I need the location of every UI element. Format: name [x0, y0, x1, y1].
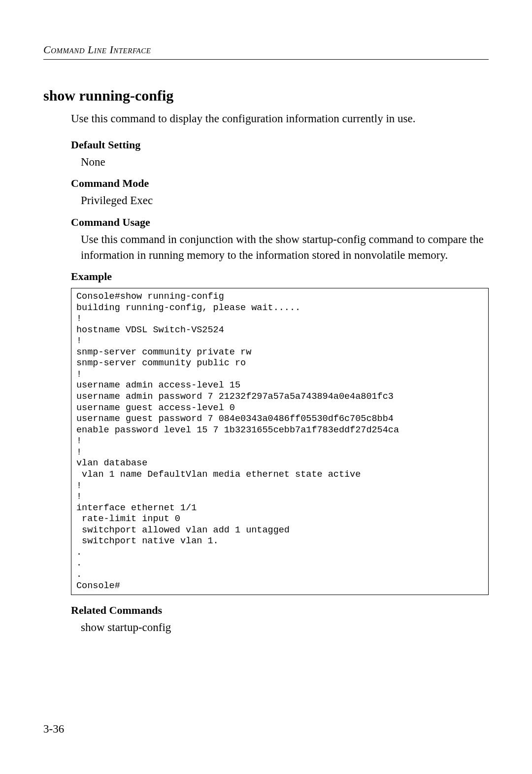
header-rule: [43, 59, 489, 60]
command-mode-label: Command Mode: [71, 177, 489, 190]
command-title: show running-config: [43, 87, 489, 104]
command-usage-body: Use this command in conjunction with the…: [81, 232, 489, 263]
example-label: Example: [71, 270, 489, 283]
page-number: 3-36: [43, 723, 64, 736]
command-usage-label: Command Usage: [71, 216, 489, 229]
intro-paragraph: Use this command to display the configur…: [71, 111, 489, 127]
default-setting-body: None: [81, 154, 489, 170]
example-code-block: Console#show running-config building run…: [71, 288, 489, 595]
command-mode-body: Privileged Exec: [81, 193, 489, 209]
default-setting-label: Default Setting: [71, 139, 489, 151]
related-commands-body: show startup-config: [81, 620, 489, 635]
related-commands-label: Related Commands: [71, 604, 489, 617]
running-header: Command Line Interface: [43, 43, 489, 56]
